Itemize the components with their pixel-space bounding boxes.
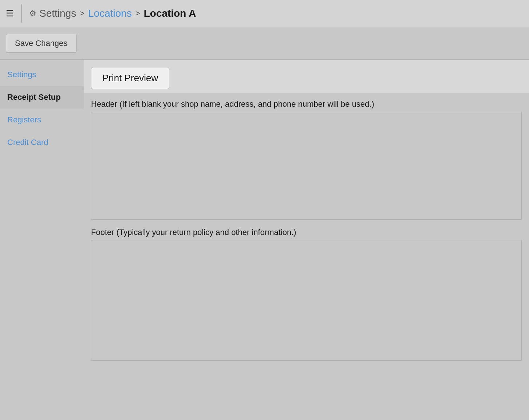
breadcrumb-settings[interactable]: Settings — [39, 8, 76, 19]
main-layout: Settings Receipt Setup Registers Credit … — [0, 60, 529, 420]
breadcrumb: Settings > Locations > Location A — [39, 8, 196, 19]
footer-textarea[interactable] — [91, 240, 522, 361]
breadcrumb-sep-1: > — [80, 9, 84, 18]
print-preview-section: Print Preview — [84, 60, 529, 93]
footer-section: Footer (Typically your return policy and… — [84, 221, 529, 362]
breadcrumb-locations[interactable]: Locations — [88, 8, 132, 19]
sidebar-item-credit-card[interactable]: Credit Card — [0, 131, 84, 154]
sidebar-item-receipt-setup[interactable]: Receipt Setup — [0, 86, 84, 109]
header-section: Header (If left blank your shop name, ad… — [84, 93, 529, 221]
sidebar-item-registers[interactable]: Registers — [0, 109, 84, 131]
content-area: Print Preview Header (If left blank your… — [84, 60, 529, 420]
hamburger-icon[interactable]: ☰ — [6, 8, 14, 19]
sidebar: Settings Receipt Setup Registers Credit … — [0, 60, 84, 420]
nav-divider — [21, 4, 22, 23]
breadcrumb-current: Location A — [144, 8, 196, 19]
gear-icon: ⚙ — [29, 9, 36, 18]
action-bar: Save Changes — [0, 27, 529, 60]
footer-label: Footer (Typically your return policy and… — [91, 221, 522, 240]
print-preview-button[interactable]: Print Preview — [91, 67, 169, 89]
breadcrumb-sep-2: > — [135, 9, 140, 18]
header-label: Header (If left blank your shop name, ad… — [91, 93, 522, 112]
top-nav: ☰ ⚙ Settings > Locations > Location A — [0, 0, 529, 27]
sidebar-item-settings[interactable]: Settings — [0, 63, 84, 86]
save-changes-button[interactable]: Save Changes — [6, 34, 76, 53]
header-textarea[interactable] — [91, 112, 522, 220]
